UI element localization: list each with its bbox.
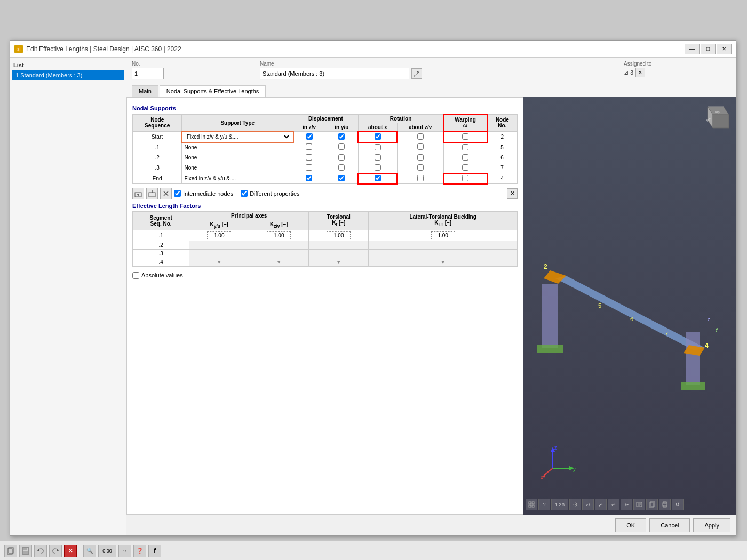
cb-rot-x-end[interactable] [375,175,381,181]
vp-btn-render[interactable] [633,499,645,510]
vp-btn-num[interactable]: 1.2.3 [551,499,568,510]
tab-main[interactable]: Main [132,85,158,97]
axis-svg: z y x [539,439,582,482]
cb-rot-z-2[interactable] [417,154,424,161]
cell-seq-3: .3 [133,163,182,173]
elf-klt-4: ▼ [369,258,518,266]
sidebar-item-1[interactable]: 1 Standard (Members : 3) [12,70,124,80]
tb-value-button[interactable]: 0.00 [98,545,116,557]
cell-disp-z-1 [293,142,325,153]
cb-rot-z-start[interactable] [417,133,424,140]
tb-search-button[interactable]: 🔍 [83,545,96,557]
no-col: No. [132,61,249,79]
vp-btn-copy[interactable] [646,499,658,510]
tb-redo-button[interactable] [49,545,62,557]
cb-rot-x-1[interactable] [375,144,381,150]
tb-save-button[interactable] [19,545,32,557]
no-input[interactable] [132,68,164,79]
elf-klt-input-1[interactable] [431,231,455,239]
tb-arrows-button[interactable]: ↔ [118,545,131,557]
cancel-button[interactable]: Cancel [649,518,690,532]
close-button[interactable]: ✕ [717,44,732,54]
add-row-button[interactable] [132,188,144,199]
maximize-button[interactable]: □ [701,44,716,54]
vp-btn-x1[interactable]: x↑ [582,499,594,510]
elf-kz-3 [249,249,309,258]
elf-seq-3: .3 [133,249,189,258]
cb-rot-x-start[interactable] [375,133,381,140]
cb-disp-z-3[interactable] [306,164,312,171]
assigned-label: Assigned to [624,61,730,67]
vp-btn-print[interactable] [659,499,671,510]
tb-undo-icon [37,547,44,555]
left-panel: Nodal Supports NodeSequence Support Type… [126,97,523,515]
cell-support-end: Fixed in z/v & y/u &.... [182,173,293,184]
svg-text:Top: Top [714,110,720,114]
cell-seq-2: .2 [133,153,182,163]
different-properties-label[interactable]: Different properties [241,190,299,197]
svg-text:S: S [17,47,20,51]
vp-btn-y1[interactable]: y↑ [595,499,607,510]
col-ky: Ky/u [–] [189,220,249,230]
insert-row-button[interactable] [146,188,158,199]
minimize-button[interactable]: — [685,44,700,54]
tb-undo-button[interactable] [34,545,47,557]
tb-close-red-button[interactable]: ✕ [64,545,77,557]
insert-row-icon [148,190,156,197]
cb-warping-3[interactable] [462,164,468,171]
cb-disp-y-1[interactable] [338,143,345,150]
support-type-select-start[interactable]: Fixed in z/v & y/u &.... [185,133,291,140]
ok-button[interactable]: OK [615,518,646,532]
col-principal-axes: Principal axes [189,211,309,220]
tb-save-icon [22,547,29,555]
close-toolbar-button[interactable]: ✕ [507,188,518,199]
cb-disp-y-end[interactable] [338,175,345,181]
tb-omega-button[interactable]: f [148,545,161,557]
edit-name-button[interactable] [411,68,422,79]
vp-btn-z1[interactable]: z↑ [608,499,619,510]
elf-ky-input-1[interactable] [207,231,231,239]
cb-rot-z-end[interactable] [417,175,424,181]
cb-disp-y-start[interactable] [338,133,345,140]
tb-copy-button[interactable] [4,545,17,557]
elf-kt-3 [309,249,369,258]
name-input[interactable] [260,68,409,79]
edit-assigned-button[interactable]: ✕ [635,68,645,77]
cb-rot-x-3[interactable] [375,164,381,171]
dialog-title: Edit Effective Lengths | Steel Design | … [26,45,681,53]
cb-disp-z-start[interactable] [306,133,313,140]
cb-warping-end[interactable] [462,175,468,181]
cb-warping-1[interactable] [462,144,468,150]
cell-disp-z-2 [293,153,325,163]
vp-btn-refresh[interactable]: ↺ [672,499,684,510]
cb-disp-z-1[interactable] [306,143,312,150]
cb-warping-start[interactable] [462,133,468,140]
cb-disp-z-end[interactable] [306,175,312,181]
cb-rot-z-1[interactable] [417,143,424,150]
tab-main-label: Main [139,88,152,94]
cb-rot-z-3[interactable] [417,164,424,171]
col-support-type: Support Type [182,114,293,132]
cb-warping-2[interactable] [462,154,468,161]
elf-kt-input-1[interactable] [327,231,351,239]
col-disp-y: in y/u [325,123,358,132]
vp-btn-1[interactable] [526,499,537,510]
intermediate-nodes-label[interactable]: Intermediate nodes [174,190,233,197]
apply-button[interactable]: Apply [693,518,730,532]
delete-row-button[interactable] [160,188,172,199]
copy-icon [649,501,655,508]
sidebar: List 1 Standard (Members : 3) [10,58,126,535]
cb-disp-y-2[interactable] [338,154,345,161]
tb-help-button[interactable]: ❓ [133,545,146,557]
vp-btn-help[interactable]: ? [538,499,550,510]
elf-kz-input-1[interactable] [267,231,291,239]
different-properties-checkbox[interactable] [241,190,248,197]
vp-btn-z2[interactable]: ↕z [621,499,632,510]
absolute-values-checkbox[interactable] [132,272,139,279]
vp-btn-settings[interactable] [569,499,581,510]
intermediate-nodes-checkbox[interactable] [174,190,181,197]
cb-disp-z-2[interactable] [306,154,312,161]
cb-disp-y-3[interactable] [338,164,345,171]
tab-nodal[interactable]: Nodal Supports & Effective Lengths [160,85,266,97]
cb-rot-x-2[interactable] [375,154,381,161]
